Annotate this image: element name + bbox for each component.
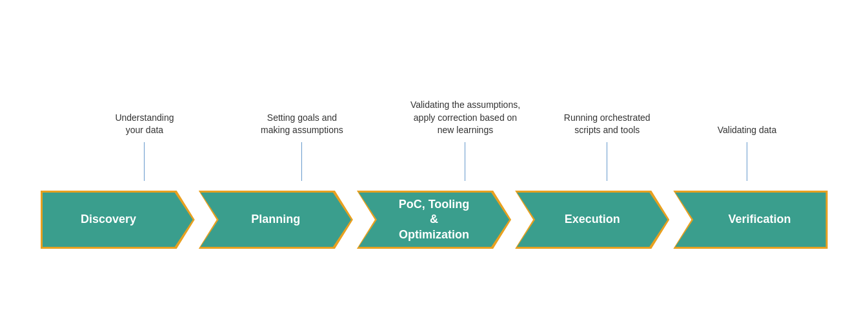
- annotation-5-text: Validating data: [718, 124, 777, 137]
- annotation-3-text: Validating the assumptions,apply correct…: [410, 99, 520, 137]
- annotation-1-text: Understandingyour data: [115, 112, 174, 137]
- arrow-verification: Verification: [673, 191, 827, 249]
- annotation-2-text: Setting goals andmaking assumptions: [261, 112, 343, 137]
- annotation-3: Validating the assumptions,apply correct…: [410, 99, 520, 181]
- arrow-gap-4: [669, 191, 673, 249]
- arrow-discovery-label: Discovery: [43, 193, 193, 247]
- arrow-planning-label: Planning: [201, 193, 351, 247]
- annotation-4-text: Running orchestratedscripts and tools: [564, 112, 651, 137]
- arrow-poc: PoC, Tooling&Optimization: [357, 191, 511, 249]
- annotation-2: Setting goals andmaking assumptions: [261, 112, 343, 181]
- arrow-gap-2: [353, 191, 357, 249]
- annotation-2-line: [301, 142, 302, 181]
- arrow-execution-label: Execution: [517, 193, 667, 247]
- arrow-planning: Planning: [199, 191, 353, 249]
- annotation-5: Validating data: [718, 124, 777, 181]
- annotation-5-line: [747, 142, 747, 181]
- arrow-gap-1: [195, 191, 199, 249]
- arrow-gap-3: [511, 191, 515, 249]
- arrows-row: Discovery Planning PoC, Tooling&Optimiza…: [41, 181, 828, 258]
- annotation-1: Understandingyour data: [115, 112, 174, 181]
- diagram-container: Understandingyour data Setting goals and…: [21, 65, 847, 271]
- arrow-discovery: Discovery: [41, 191, 195, 249]
- annotation-4: Running orchestratedscripts and tools: [564, 112, 651, 181]
- annotation-3-line: [465, 142, 465, 181]
- annotation-4-line: [607, 142, 607, 181]
- annotation-1-line: [144, 142, 145, 181]
- arrow-verification-label: Verification: [675, 193, 825, 247]
- arrow-execution: Execution: [515, 191, 669, 249]
- arrow-poc-label: PoC, Tooling&Optimization: [359, 193, 509, 247]
- annotations-row: Understandingyour data Setting goals and…: [41, 78, 828, 181]
